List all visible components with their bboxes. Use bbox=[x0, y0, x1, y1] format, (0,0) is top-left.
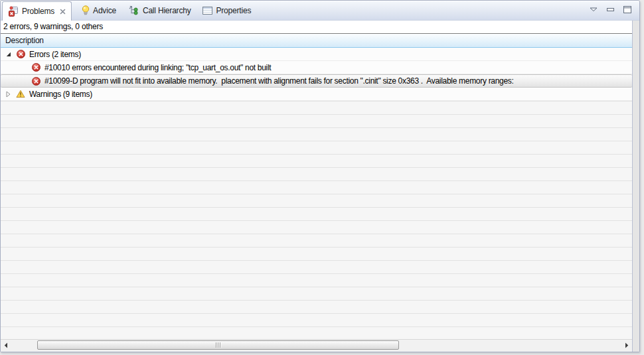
tab-properties[interactable]: Properties bbox=[197, 1, 257, 20]
problems-view-screenshot: Problems Advice bbox=[0, 0, 644, 355]
tree-row-label: Errors (2 items) bbox=[29, 50, 81, 59]
scrollbar-thumb[interactable] bbox=[37, 340, 399, 350]
tab-label-call-hierarchy: Call Hierarchy bbox=[143, 6, 191, 15]
problems-view-icon bbox=[8, 6, 19, 17]
tree-row-label: Warnings (9 items) bbox=[29, 90, 92, 99]
tree-row-errors-group[interactable]: Errors (2 items) bbox=[1, 48, 632, 61]
column-header-label: Description bbox=[5, 36, 44, 45]
tab-bar: Problems Advice bbox=[1, 1, 639, 21]
error-icon bbox=[31, 76, 40, 86]
view-menu-chevron-icon[interactable] bbox=[590, 7, 598, 12]
expand-arrow-icon[interactable] bbox=[6, 91, 13, 98]
scroll-left-arrow-icon[interactable] bbox=[1, 340, 11, 351]
tree-row-label: #10010 errors encountered during linking… bbox=[44, 63, 271, 72]
tree-row-label: #10099-D program will not fit into avail… bbox=[44, 76, 514, 86]
vertical-scrollbar-gutter[interactable] bbox=[632, 21, 639, 352]
close-tab-icon[interactable] bbox=[60, 9, 66, 15]
problems-view-panel: Problems Advice bbox=[0, 0, 640, 352]
tab-label-advice: Advice bbox=[93, 6, 116, 15]
lightbulb-icon bbox=[82, 5, 90, 15]
tree-row-warnings-group[interactable]: Warnings (9 items) bbox=[1, 88, 632, 101]
summary-bar: 2 errors, 9 warnings, 0 others bbox=[1, 21, 632, 34]
tab-advice[interactable]: Advice bbox=[76, 1, 122, 20]
properties-table-icon bbox=[202, 7, 212, 15]
call-hierarchy-icon bbox=[128, 5, 139, 15]
tree-row-error-10010[interactable]: #10010 errors encountered during linking… bbox=[1, 61, 632, 74]
problems-table: 2 errors, 9 warnings, 0 others Descripti… bbox=[1, 21, 632, 352]
view-body: 2 errors, 9 warnings, 0 others Descripti… bbox=[1, 21, 639, 352]
tab-call-hierarchy[interactable]: Call Hierarchy bbox=[122, 1, 197, 20]
tab-label-problems: Problems bbox=[22, 7, 54, 16]
problems-tree: Errors (2 items) #10010 errors encounter… bbox=[1, 48, 632, 339]
tab-problems[interactable]: Problems bbox=[2, 1, 72, 21]
column-header-description[interactable]: Description bbox=[1, 34, 632, 48]
minimize-icon[interactable] bbox=[607, 8, 614, 11]
empty-rows-area bbox=[1, 101, 632, 339]
horizontal-scrollbar[interactable] bbox=[1, 339, 632, 352]
maximize-icon[interactable] bbox=[623, 6, 631, 13]
tab-label-properties: Properties bbox=[216, 6, 251, 15]
error-icon bbox=[31, 63, 40, 72]
view-toolbar bbox=[590, 6, 639, 15]
scroll-right-arrow-icon[interactable] bbox=[621, 340, 632, 351]
collapse-arrow-icon[interactable] bbox=[6, 52, 13, 57]
error-icon bbox=[16, 50, 25, 59]
tree-row-error-10099-selected[interactable]: #10099-D program will not fit into avail… bbox=[1, 74, 632, 88]
warning-icon bbox=[16, 90, 25, 99]
